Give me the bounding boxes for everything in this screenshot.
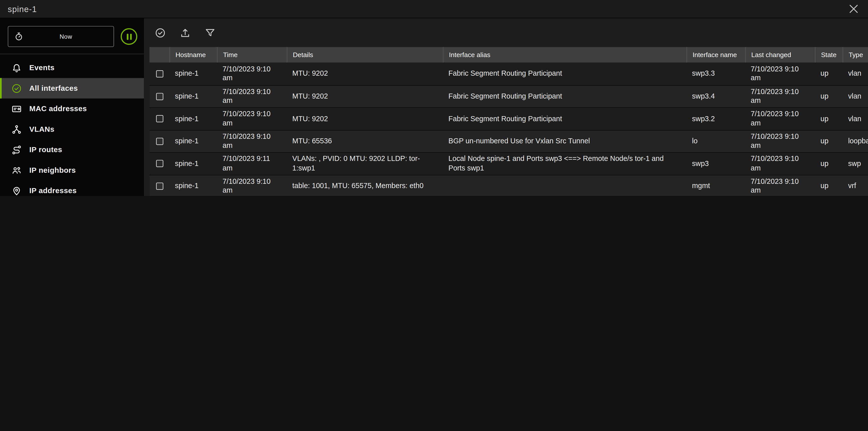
- close-icon: [847, 2, 861, 15]
- cell-interface-alias: Fabric Segment Routing Participant: [443, 86, 686, 107]
- cell-hostname: spine-1: [169, 108, 217, 130]
- cell-last-changed: 7/10/2023 9:10 am: [745, 86, 815, 107]
- cell-type: swp: [843, 153, 868, 174]
- cell-interface-alias: Fabric Segment Routing Participant: [443, 108, 686, 130]
- sidebar-item-events[interactable]: Events: [0, 58, 144, 78]
- row-checkbox[interactable]: [156, 115, 163, 123]
- table-row[interactable]: spine-17/10/2023 9:10 amMTU: 65536BGP un…: [150, 130, 868, 152]
- row-select-cell: [150, 63, 169, 85]
- sidebar-item-label: All interfaces: [29, 84, 78, 92]
- pause-icon: [127, 33, 128, 39]
- stopwatch-icon: [14, 31, 24, 41]
- neighbors-icon: [11, 165, 22, 176]
- table-body: spine-17/10/2023 9:10 amMTU: 9202Fabric …: [150, 63, 868, 196]
- table-row[interactable]: spine-17/10/2023 9:10 amMTU: 9202Fabric …: [150, 85, 868, 107]
- row-checkbox[interactable]: [156, 70, 163, 77]
- upload-icon: [179, 27, 191, 38]
- close-button[interactable]: [847, 2, 861, 15]
- cell-state: up: [815, 108, 843, 130]
- cell-time: 7/10/2023 9:11 am: [217, 153, 287, 174]
- cell-type: vlan: [843, 86, 868, 107]
- sidebar-item-label: IP neighbors: [29, 166, 76, 174]
- row-checkbox[interactable]: [156, 93, 163, 100]
- sidebar-item-label: VLANs: [29, 125, 55, 133]
- cell-interface-name: lo: [686, 130, 745, 152]
- cell-time: 7/10/2023 9:10 am: [217, 130, 287, 152]
- time-controls: Now: [0, 19, 144, 53]
- sidebar-item-ip-neighbors[interactable]: IP neighbors: [0, 160, 144, 180]
- cell-state: up: [815, 86, 843, 107]
- cell-type: vrf: [843, 175, 868, 196]
- row-select-cell: [150, 153, 169, 174]
- cell-interface-alias: Local Node spine-1 and Ports swp3 <==> R…: [443, 153, 686, 174]
- time-range-button[interactable]: Now: [8, 26, 114, 47]
- cell-interface-name: swp3.2: [686, 108, 745, 130]
- cell-details: MTU: 9202: [287, 86, 443, 107]
- column-header-details[interactable]: Details: [287, 47, 443, 63]
- main-content: HostnameTimeDetailsInterface aliasInterf…: [144, 19, 868, 196]
- cell-hostname: spine-1: [169, 86, 217, 107]
- titlebar: spine-1: [0, 0, 868, 19]
- row-checkbox[interactable]: [156, 160, 163, 167]
- cell-hostname: spine-1: [169, 153, 217, 174]
- table-header: HostnameTimeDetailsInterface aliasInterf…: [150, 47, 868, 63]
- column-header-hostname[interactable]: Hostname: [169, 47, 217, 63]
- sidebar-item-all-interfaces[interactable]: All interfaces: [0, 78, 144, 98]
- mac-card-icon: [11, 103, 22, 114]
- table-row[interactable]: spine-17/10/2023 9:10 amtable: 1001, MTU…: [150, 174, 868, 196]
- check-circle-icon: [154, 27, 166, 38]
- cell-interface-alias: Fabric Segment Routing Participant: [443, 63, 686, 85]
- cell-details: table: 1001, MTU: 65575, Members: eth0: [287, 175, 443, 196]
- cell-interface-name: swp3.3: [686, 63, 745, 85]
- pause-button[interactable]: [121, 28, 137, 45]
- column-header-state[interactable]: State: [815, 47, 843, 63]
- cell-state: up: [815, 130, 843, 152]
- sidebar-item-ip-addresses[interactable]: IP addresses: [0, 180, 144, 196]
- cell-details: MTU: 9202: [287, 63, 443, 85]
- cell-hostname: spine-1: [169, 63, 217, 85]
- route-icon: [11, 144, 22, 155]
- column-header-interface-alias[interactable]: Interface alias: [443, 47, 686, 63]
- column-header-select: [150, 47, 169, 63]
- table-row[interactable]: spine-17/10/2023 9:11 amVLANs: , PVID: 0…: [150, 152, 868, 174]
- filter-icon: [204, 27, 216, 38]
- cell-details: MTU: 9202: [287, 108, 443, 130]
- ip-pin-icon: [11, 185, 22, 196]
- cell-interface-name: swp3: [686, 153, 745, 174]
- cell-details: MTU: 65536: [287, 130, 443, 152]
- table-toolbar: [144, 19, 868, 47]
- cell-hostname: spine-1: [169, 175, 217, 196]
- column-header-last-changed[interactable]: Last changed: [745, 47, 815, 63]
- sidebar-item-label: IP addresses: [29, 187, 77, 195]
- page-title: spine-1: [8, 4, 37, 13]
- sidebar-item-vlans[interactable]: VLANs: [0, 119, 144, 139]
- sidebar-item-ip-routes[interactable]: IP routes: [0, 139, 144, 160]
- sidebar-item-mac-addresses[interactable]: MAC addresses: [0, 99, 144, 119]
- select-rows-button[interactable]: [154, 27, 166, 38]
- cell-type: vlan: [843, 63, 868, 85]
- cell-type: loopback: [843, 130, 868, 152]
- cell-interface-name: swp3.4: [686, 86, 745, 107]
- table-row[interactable]: spine-17/10/2023 9:10 amMTU: 9202Fabric …: [150, 107, 868, 130]
- cell-details: VLANs: , PVID: 0 MTU: 9202 LLDP: tor-1:s…: [287, 153, 443, 174]
- export-button[interactable]: [179, 27, 191, 38]
- sidebar-item-label: IP routes: [29, 145, 62, 154]
- cell-hostname: spine-1: [169, 130, 217, 152]
- cell-last-changed: 7/10/2023 9:10 am: [745, 130, 815, 152]
- cell-time: 7/10/2023 9:10 am: [217, 63, 287, 85]
- column-header-time[interactable]: Time: [217, 47, 287, 63]
- cell-time: 7/10/2023 9:10 am: [217, 86, 287, 107]
- filter-button[interactable]: [204, 27, 216, 38]
- table-row[interactable]: spine-17/10/2023 9:10 amMTU: 9202Fabric …: [150, 63, 868, 85]
- check-circle-icon: [11, 83, 22, 94]
- cell-last-changed: 7/10/2023 9:10 am: [745, 153, 815, 174]
- row-select-cell: [150, 86, 169, 107]
- cell-interface-name: mgmt: [686, 175, 745, 196]
- row-checkbox[interactable]: [156, 137, 163, 145]
- column-header-interface-name[interactable]: Interface name: [686, 47, 745, 63]
- sidebar: Now EventsAll interfacesMAC addressesVLA…: [0, 19, 144, 196]
- column-header-type[interactable]: Type: [843, 47, 868, 63]
- cell-last-changed: 7/10/2023 9:10 am: [745, 63, 815, 85]
- row-checkbox[interactable]: [156, 183, 163, 190]
- cell-state: up: [815, 153, 843, 174]
